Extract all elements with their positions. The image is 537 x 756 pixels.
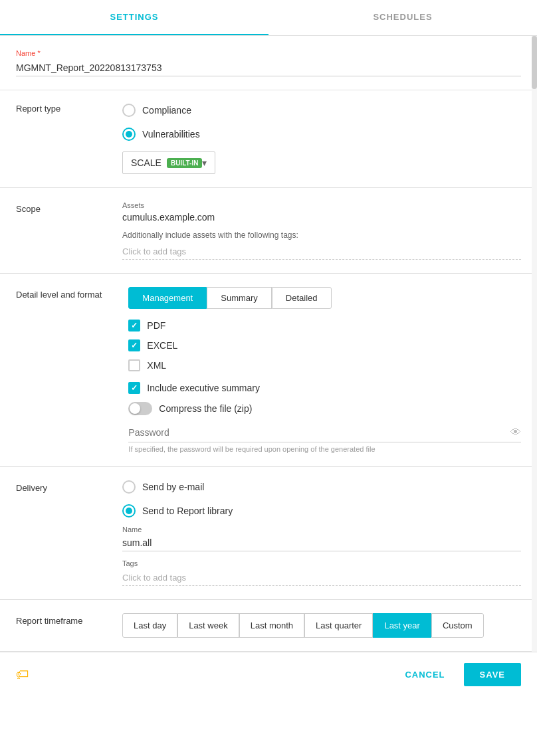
- tf-last-quarter[interactable]: Last quarter: [304, 613, 373, 638]
- compress-toggle-row: Compress the file (zip): [128, 402, 521, 415]
- checkbox-excel-label: EXCEL: [147, 340, 177, 351]
- tab-detailed[interactable]: Detailed: [272, 287, 332, 309]
- assets-label: Assets: [122, 201, 521, 209]
- checkbox-executive[interactable]: Include executive summary: [128, 382, 521, 394]
- checkbox-pdf[interactable]: PDF: [128, 320, 521, 331]
- save-button[interactable]: SAVE: [464, 663, 521, 686]
- scope-layout: Scope Assets cumulus.example.com Additio…: [16, 201, 521, 260]
- password-input[interactable]: [128, 423, 510, 442]
- radio-email-circle[interactable]: [122, 480, 136, 494]
- required-star: *: [35, 49, 40, 57]
- scale-badge: BUILT-IN: [167, 158, 202, 168]
- delivery-label: Delivery: [16, 480, 96, 586]
- delivery-tags-label: Tags: [122, 559, 521, 567]
- footer: 🏷 CANCEL SAVE: [0, 652, 537, 697]
- delivery-section: Delivery Send by e-mail Send to Report l…: [0, 467, 537, 600]
- chevron-down-icon: ▾: [202, 157, 207, 168]
- radio-compliance-circle[interactable]: [122, 104, 136, 117]
- compress-label: Compress the file (zip): [159, 403, 252, 414]
- content-area: Name * Report type Compliance Vulnerab: [0, 36, 537, 652]
- password-hint: If specified, the password will be requi…: [128, 445, 521, 453]
- checkbox-excel-box[interactable]: [128, 339, 140, 351]
- checkbox-xml-box[interactable]: [128, 359, 140, 371]
- tag-icon: 🏷: [16, 667, 29, 682]
- checkbox-xml[interactable]: XML: [128, 359, 521, 371]
- tf-last-month[interactable]: Last month: [239, 613, 304, 638]
- detail-level-label: Detail level and format: [16, 287, 102, 453]
- radio-library[interactable]: Send to Report library: [122, 504, 521, 518]
- radio-vulnerabilities[interactable]: Vulnerabilities: [122, 128, 215, 141]
- name-input[interactable]: [16, 60, 521, 76]
- tf-last-day[interactable]: Last day: [122, 613, 177, 638]
- tab-summary[interactable]: Summary: [207, 287, 272, 309]
- compress-toggle[interactable]: [128, 402, 152, 415]
- report-type-content: Compliance Vulnerabilities SCALE BUILT-I…: [122, 104, 215, 174]
- report-type-section: Report type Compliance Vulnerabilities: [0, 90, 537, 188]
- timeframe-content: Last day Last week Last month Last quart…: [122, 613, 521, 638]
- name-label: Name *: [16, 49, 521, 57]
- password-row: 👁: [128, 423, 521, 442]
- timeframe-layout: Report timeframe Last day Last week Last…: [16, 613, 521, 638]
- radio-library-circle[interactable]: [122, 504, 136, 518]
- timeframe-section: Report timeframe Last day Last week Last…: [0, 600, 537, 652]
- scale-dropdown[interactable]: SCALE BUILT-IN ▾: [122, 151, 215, 174]
- detail-tabs: Management Summary Detailed: [128, 287, 521, 309]
- detail-level-section: Detail level and format Management Summa…: [0, 274, 537, 467]
- delivery-radio-group: Send by e-mail Send to Report library: [122, 480, 521, 518]
- checkbox-xml-label: XML: [147, 360, 166, 371]
- delivery-content: Send by e-mail Send to Report library Na…: [122, 480, 521, 586]
- scope-section: Scope Assets cumulus.example.com Additio…: [0, 188, 537, 274]
- tab-management[interactable]: Management: [128, 287, 207, 309]
- scrollbar-thumb[interactable]: [532, 36, 537, 89]
- radio-email[interactable]: Send by e-mail: [122, 480, 521, 494]
- detail-level-layout: Detail level and format Management Summa…: [16, 287, 521, 453]
- scope-label: Scope: [16, 201, 96, 260]
- timeframe-label: Report timeframe: [16, 613, 96, 638]
- delivery-layout: Delivery Send by e-mail Send to Report l…: [16, 480, 521, 586]
- detail-level-content: Management Summary Detailed PDF EXCEL: [128, 287, 521, 453]
- radio-compliance-label: Compliance: [142, 105, 191, 116]
- scope-tags-input[interactable]: Click to add tags: [122, 244, 521, 260]
- cancel-button[interactable]: CANCEL: [394, 663, 455, 686]
- delivery-name-value: sum.all: [122, 535, 521, 551]
- checkbox-pdf-box[interactable]: [128, 320, 140, 331]
- assets-value: cumulus.example.com: [122, 212, 521, 223]
- scope-content: Assets cumulus.example.com Additionally …: [122, 201, 521, 260]
- radio-compliance[interactable]: Compliance: [122, 104, 215, 117]
- tab-settings[interactable]: SETTINGS: [0, 0, 268, 35]
- format-checkbox-group: PDF EXCEL XML: [128, 320, 521, 371]
- delivery-name-label: Name: [122, 525, 521, 533]
- tf-custom[interactable]: Custom: [431, 613, 484, 638]
- tf-last-week[interactable]: Last week: [177, 613, 239, 638]
- radio-email-label: Send by e-mail: [142, 482, 204, 492]
- tab-schedules[interactable]: SCHEDULES: [268, 0, 537, 35]
- report-type-radio-group: Compliance Vulnerabilities: [122, 104, 215, 141]
- scrollbar-track: [532, 36, 537, 652]
- timeframe-buttons: Last day Last week Last month Last quart…: [122, 613, 521, 638]
- eye-icon[interactable]: 👁: [510, 426, 521, 438]
- tags-hint: Additionally include assets with the fol…: [122, 231, 521, 240]
- radio-vulnerabilities-label: Vulnerabilities: [142, 129, 200, 140]
- name-section: Name *: [0, 36, 537, 90]
- report-type-label: Report type: [16, 104, 96, 166]
- checkbox-executive-label: Include executive summary: [147, 383, 260, 393]
- checkbox-executive-box[interactable]: [128, 382, 140, 394]
- scale-label: SCALE: [131, 157, 161, 168]
- tf-last-year[interactable]: Last year: [373, 613, 431, 638]
- checkbox-excel[interactable]: EXCEL: [128, 339, 521, 351]
- radio-library-label: Send to Report library: [142, 506, 233, 516]
- radio-vulnerabilities-circle[interactable]: [122, 128, 136, 141]
- tab-bar: SETTINGS SCHEDULES: [0, 0, 537, 36]
- delivery-tags-input[interactable]: Click to add tags: [122, 570, 521, 586]
- checkbox-pdf-label: PDF: [147, 320, 165, 331]
